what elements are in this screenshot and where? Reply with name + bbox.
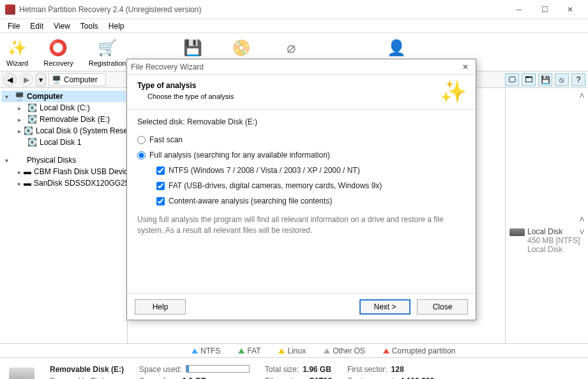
- disk-label: Local Disk: [527, 227, 562, 236]
- chevron-right-icon: ▸: [18, 105, 24, 112]
- tree-computer[interactable]: ▾ 🖥️ Computer: [1, 91, 126, 102]
- close-window-button[interactable]: ✕: [557, 0, 583, 19]
- menu-help[interactable]: Help: [103, 20, 130, 32]
- content-input[interactable]: [156, 197, 165, 205]
- disk-sub: Local Disk: [509, 245, 584, 254]
- tree-computer-label: Computer: [27, 92, 63, 101]
- nav-dropdown-button[interactable]: ▾: [36, 73, 46, 87]
- tree-cbm-label: CBM Flash Disk USB Device: [34, 167, 128, 176]
- disk-icon: ▬: [24, 167, 31, 176]
- nav-forward-button[interactable]: ▶: [19, 73, 33, 87]
- ntfs-label: NTFS (Windows 7 / 2008 / Vista / 2003 / …: [169, 166, 360, 175]
- fast-scan-label: Fast scan: [149, 135, 183, 144]
- chevron-right-icon: ▸: [18, 128, 21, 135]
- fat-checkbox[interactable]: FAT (USB-drives, digital cameras, memory…: [156, 181, 465, 190]
- fast-scan-input[interactable]: [137, 136, 146, 144]
- tree-local-c-label: Local Disk (C:): [40, 103, 90, 112]
- sectors-count: 4,110,336: [400, 376, 434, 380]
- tree-removable-e[interactable]: ▸ 💽 Removable Disk (E:): [14, 114, 126, 125]
- right-panel: ᐱ ᐱ ᐯ Local Disk 450 MB [NTFS] Local Dis…: [505, 88, 588, 343]
- fast-scan-radio[interactable]: Fast scan: [137, 135, 465, 144]
- file-recovery-wizard-dialog: File Recovery Wizard ✕ Type of analysis …: [126, 59, 476, 320]
- tree-local-0[interactable]: ▸ 💽 Local Disk 0 (System Reserved): [14, 125, 126, 137]
- wand-icon: ✨: [7, 38, 27, 58]
- nav-back-button[interactable]: ◀: [3, 73, 17, 87]
- monitor-icon: 🖥️: [52, 75, 61, 84]
- disk-icon: [9, 368, 34, 380]
- wizard-footer: Help Next > Close: [127, 293, 476, 320]
- wizard-label: Wizard: [6, 59, 28, 67]
- help-button[interactable]: Help: [135, 299, 186, 315]
- menu-tools[interactable]: Tools: [75, 20, 103, 32]
- address-text: Computer: [64, 75, 98, 84]
- total-label: Total size:: [265, 365, 299, 374]
- wizard-button[interactable]: ✨ Wizard: [4, 36, 31, 68]
- ntfs-input[interactable]: [156, 167, 165, 175]
- content-aware-checkbox[interactable]: Content-aware analysis (searching file c…: [156, 197, 465, 205]
- fat-label: FAT (USB-drives, digital cameras, memory…: [169, 181, 382, 190]
- address-field[interactable]: 🖥️ Computer: [49, 73, 106, 86]
- wizard-titlebar: File Recovery Wizard ✕: [127, 59, 476, 75]
- tree-sandisk-label: SanDisk SDSSDX120GG25: [34, 179, 128, 188]
- chevron-down-icon: ▾: [5, 157, 11, 164]
- next-button[interactable]: Next >: [359, 299, 411, 315]
- minimize-button[interactable]: ─: [506, 0, 532, 19]
- legend-corrupted: Corrupted partition: [383, 346, 455, 355]
- tree-removable-e-label: Removable Disk (E:): [40, 115, 110, 124]
- close-button[interactable]: Close: [417, 299, 468, 315]
- recovery-button[interactable]: ⭕ Recovery: [41, 36, 75, 68]
- chevron-right-icon: ▸: [18, 116, 24, 123]
- lifebuoy-icon: ⭕: [48, 38, 68, 58]
- file-system: FAT16: [310, 376, 332, 380]
- full-analysis-label: Full analysis (searching for any availab…: [149, 151, 330, 160]
- drive-icon: 💽: [27, 115, 37, 124]
- tree-cbm[interactable]: ▸ ▬ CBM Flash Disk USB Device: [14, 166, 126, 177]
- fs-label: File system:: [265, 376, 306, 380]
- legend: NTFS FAT Linux Other OS Corrupted partit…: [0, 343, 588, 357]
- wand-icon: ✨: [440, 78, 467, 104]
- tree-local-0-label: Local Disk 0 (System Reserved): [36, 126, 128, 135]
- menu-file[interactable]: File: [3, 20, 25, 32]
- full-analysis-radio[interactable]: Full analysis (searching for any availab…: [137, 151, 465, 160]
- wizard-hint: Using full analysis the program will fin…: [137, 214, 465, 236]
- fat-input[interactable]: [156, 182, 165, 190]
- chevron-down-icon: ▾: [5, 93, 11, 100]
- legend-fat: FAT: [238, 346, 260, 355]
- disk-icon: ▬: [24, 179, 31, 188]
- view-icon-1[interactable]: 🖵: [505, 73, 519, 86]
- save-icon[interactable]: 💾: [538, 73, 552, 86]
- menu-view[interactable]: View: [49, 20, 75, 32]
- help-icon[interactable]: ?: [571, 73, 585, 86]
- tree-sandisk[interactable]: ▸ ▬ SanDisk SDSSDX120GG25: [14, 177, 126, 189]
- full-analysis-input[interactable]: [137, 151, 146, 160]
- collapse-icon[interactable]: ᐱ: [580, 92, 584, 99]
- chevron-right-icon: ▸: [18, 168, 21, 175]
- tree-local-1[interactable]: 💽 Local Disk 1: [14, 137, 126, 148]
- registration-button[interactable]: 🛒 Registration: [86, 36, 129, 68]
- collapse-icon-2[interactable]: ᐱ: [580, 216, 584, 223]
- wizard-close-icon[interactable]: ✕: [459, 63, 472, 71]
- wizard-subheading: Choose the type of analysis: [137, 93, 465, 100]
- maximize-button[interactable]: ☐: [532, 0, 557, 19]
- disk-size: 450 MB [NTFS]: [509, 236, 584, 245]
- close-disk-icon: ⌀: [281, 38, 301, 58]
- tree-physical[interactable]: ▾ Physical Disks: [1, 154, 126, 166]
- menu-edit[interactable]: Edit: [25, 20, 49, 32]
- registration-label: Registration: [89, 59, 126, 67]
- recovery-label: Recovery: [43, 59, 73, 67]
- space-used-label: Space used:: [139, 365, 182, 374]
- ntfs-checkbox[interactable]: NTFS (Windows 7 / 2008 / Vista / 2003 / …: [156, 166, 465, 175]
- tree-local-c[interactable]: ▸ 💽 Local Disk (C:): [14, 102, 126, 114]
- content-label: Content-aware analysis (searching file c…: [169, 197, 332, 205]
- stop-icon[interactable]: ⦸: [555, 73, 569, 86]
- selected-disk-label: Selected disk: Removable Disk (E:): [137, 117, 465, 126]
- legend-ntfs: NTFS: [192, 346, 220, 355]
- status-type: Removable Disk: [50, 376, 124, 380]
- legend-other: Other OS: [324, 346, 365, 355]
- tree-panel: ▾ 🖥️ Computer ▸ 💽 Local Disk (C:) ▸ 💽 Re…: [0, 88, 128, 343]
- wizard-heading: Type of analysis: [137, 81, 465, 90]
- space-free-label: Space free:: [139, 376, 178, 380]
- community-icon: 👤: [386, 38, 407, 58]
- view-icon-2[interactable]: 🗔: [522, 73, 536, 86]
- space-free: 1.9 GB: [182, 376, 206, 380]
